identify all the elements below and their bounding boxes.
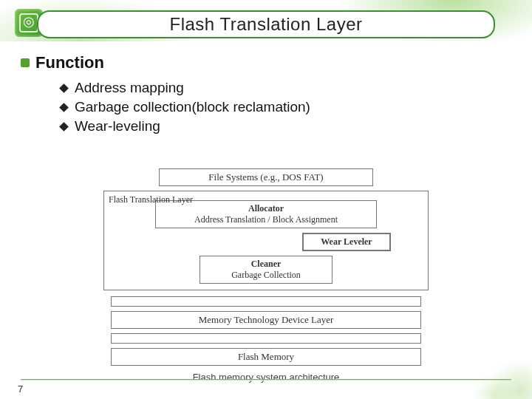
diamond-icon	[59, 103, 69, 112]
sub-bullet-list: Address mapping Garbage collection(block…	[61, 80, 511, 134]
diamond-icon	[59, 122, 69, 132]
architecture-diagram: File Systems (e.g., DOS FAT) Flash Trans…	[103, 168, 429, 383]
footer-rule	[21, 379, 511, 380]
diagram-box-ftl: Flash Translation Layer Allocator Addres…	[103, 191, 429, 290]
slide-title: Flash Translation Layer	[170, 14, 363, 35]
diagram-box-cleaner: Cleaner Garbage Collection	[200, 256, 332, 284]
diagram-caption: Flash memory system architecture	[103, 372, 429, 383]
diagram-box-flash: Flash Memory	[111, 348, 421, 366]
cleaner-title: Cleaner	[203, 259, 329, 270]
diagram-box-spacer	[111, 296, 421, 307]
diamond-icon	[59, 83, 69, 93]
diagram-box-spacer	[111, 333, 421, 344]
list-item: Wear-leveling	[61, 118, 511, 134]
title-bar: Flash Translation Layer	[37, 10, 495, 38]
list-item-text: Garbage collection(block reclamation)	[75, 99, 310, 115]
slide: Flash Translation Layer Function Address…	[0, 0, 532, 399]
diagram-box-filesystems: File Systems (e.g., DOS FAT)	[159, 168, 373, 186]
heading-text: Function	[35, 53, 104, 72]
list-item: Address mapping	[61, 80, 511, 96]
heading-row: Function	[21, 53, 511, 72]
page-number: 7	[18, 383, 23, 395]
allocator-sub: Address Translation / Block Assignment	[159, 214, 373, 225]
list-item-text: Wear-leveling	[75, 118, 160, 134]
diagram-box-mtd: Memory Technology Device Layer	[111, 311, 421, 329]
bullet-icon	[21, 58, 30, 67]
list-item-text: Address mapping	[75, 80, 184, 96]
list-item: Garbage collection(block reclamation)	[61, 99, 511, 115]
content-area: Function Address mapping Garbage collect…	[21, 53, 511, 137]
diagram-box-wear-leveler: Wear Leveler	[302, 233, 391, 251]
diagram-ftl-label: Flash Translation Layer	[109, 194, 193, 205]
cleaner-sub: Garbage Collection	[203, 270, 329, 281]
